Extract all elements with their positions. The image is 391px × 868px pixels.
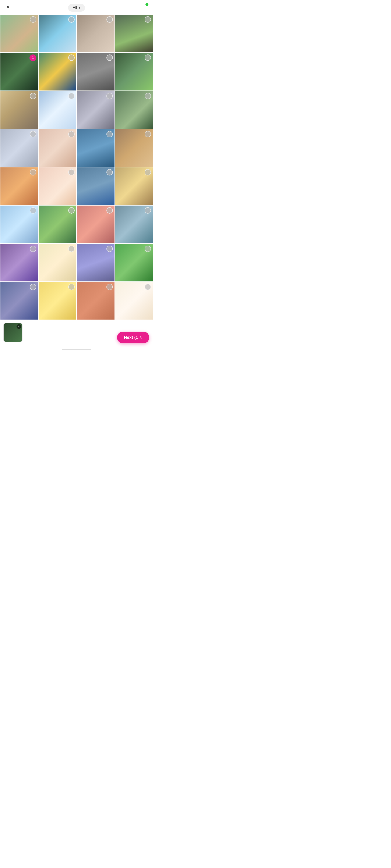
photo-cell[interactable] [38,167,76,205]
preview-close-button[interactable]: × [17,324,21,329]
photo-cell[interactable] [38,282,76,319]
photo-cell[interactable] [77,282,115,319]
select-circle[interactable] [30,284,36,290]
select-circle[interactable] [107,207,113,214]
photo-cell[interactable] [0,167,38,205]
select-circle[interactable] [145,131,151,137]
select-circle[interactable] [30,93,36,99]
photo-cell[interactable] [77,244,115,281]
next-button[interactable]: Next (1 ↖ [117,332,149,343]
select-circle[interactable] [107,246,113,252]
photo-cell[interactable] [0,244,38,281]
select-circle[interactable] [68,93,74,99]
home-bar-indicator [62,349,91,350]
select-circle[interactable] [145,16,151,23]
cursor-icon: ↖ [139,335,143,340]
select-circle[interactable] [68,16,74,23]
select-circle[interactable] [107,284,113,290]
home-bar [0,347,153,351]
photo-cell[interactable] [38,53,76,90]
status-indicator [146,3,148,6]
chevron-down-icon: ▾ [79,6,80,10]
photo-cell[interactable] [38,129,76,167]
next-button-label: Next (1 [124,335,138,340]
select-circle[interactable] [68,169,74,176]
select-circle[interactable] [145,93,151,99]
photo-cell[interactable] [0,206,38,243]
selected-preview: × [3,323,23,342]
photo-cell[interactable] [115,14,153,52]
select-circle[interactable] [107,55,113,61]
filter-label: All [73,5,77,10]
photo-cell[interactable] [38,14,76,52]
photo-cell[interactable] [0,129,38,167]
select-circle[interactable] [107,131,113,137]
photo-cell[interactable] [115,282,153,319]
close-button[interactable]: × [4,3,12,11]
header: × All ▾ [0,0,153,14]
photo-cell[interactable] [115,91,153,129]
photo-cell[interactable] [0,14,38,52]
select-circle[interactable] [107,16,113,23]
select-circle[interactable] [68,131,74,137]
select-circle[interactable] [68,55,74,61]
photo-cell[interactable] [38,91,76,129]
select-circle[interactable] [107,169,113,176]
select-circle[interactable] [30,131,36,137]
select-circle[interactable] [68,207,74,214]
select-circle[interactable] [145,169,151,176]
close-icon: × [18,325,20,328]
photo-cell[interactable] [77,14,115,52]
filter-dropdown[interactable]: All ▾ [68,4,85,12]
photo-cell[interactable] [115,206,153,243]
photo-cell[interactable] [77,129,115,167]
photo-cell[interactable] [38,206,76,243]
photo-cell[interactable] [115,244,153,281]
select-circle[interactable] [145,284,151,290]
photo-grid: 1 [0,14,153,319]
select-circle[interactable] [107,93,113,99]
photo-cell[interactable] [0,282,38,319]
photo-cell[interactable] [115,167,153,205]
photo-cell[interactable]: 1 [0,53,38,90]
photo-cell[interactable] [77,167,115,205]
photo-cell[interactable] [38,244,76,281]
photo-cell[interactable] [0,91,38,129]
select-circle[interactable] [68,284,74,290]
photo-cell[interactable] [77,53,115,90]
photo-cell[interactable] [77,206,115,243]
bottom-area: × Next (1 ↖ [0,319,153,347]
select-circle[interactable] [68,246,74,252]
photo-cell[interactable] [115,53,153,90]
photo-cell[interactable] [77,91,115,129]
select-circle[interactable] [145,246,151,252]
select-circle[interactable] [30,246,36,252]
photo-cell[interactable] [115,129,153,167]
